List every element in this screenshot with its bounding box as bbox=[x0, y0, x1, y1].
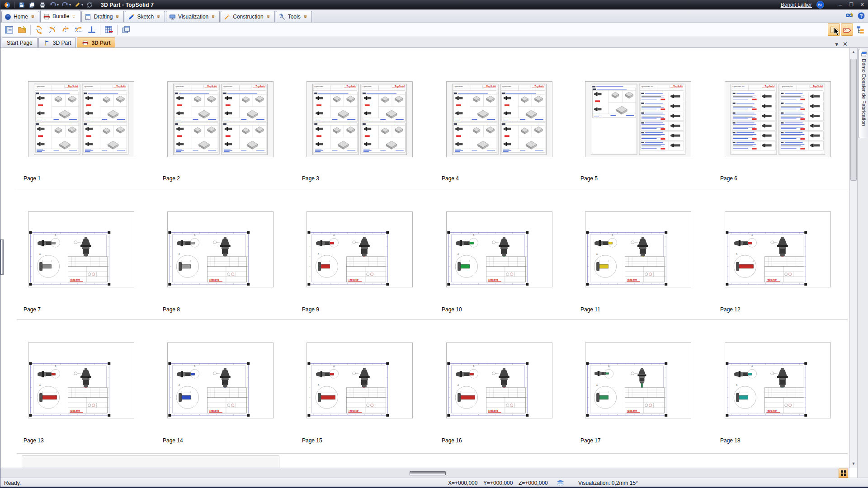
page-label: Page 14 bbox=[163, 437, 183, 444]
rotate-axis-button[interactable] bbox=[59, 23, 71, 36]
visualization-icon bbox=[169, 13, 176, 21]
next-row-partial-thumbnail[interactable] bbox=[22, 455, 279, 468]
folder-bolt-button[interactable] bbox=[16, 23, 28, 36]
page-thumbnail-2[interactable]: Operations TopSolid Operations TopSolid bbox=[167, 81, 274, 157]
dropdown-arrow-icon[interactable]: ▾ bbox=[69, 3, 71, 7]
copy-button[interactable] bbox=[27, 1, 37, 9]
tab-menu-chevron-icon[interactable] bbox=[156, 14, 161, 19]
scroll-up-icon[interactable]: ▲ bbox=[850, 48, 857, 56]
ribbon-tab-drafting[interactable]: Drafting bbox=[81, 11, 124, 22]
tab-menu-chevron-icon[interactable] bbox=[72, 14, 77, 19]
page-thumbnail-4[interactable]: Operations TopSolid Operations TopSolid bbox=[446, 81, 552, 157]
topsolid-logo-button[interactable] bbox=[2, 1, 12, 9]
page-thumbnail-8[interactable]: A A TopSolid bbox=[167, 211, 274, 287]
document-tab-3d-part-1[interactable]: 3D Part bbox=[38, 38, 76, 47]
svg-text:TopSolid: TopSolid bbox=[70, 278, 80, 281]
print-button[interactable] bbox=[38, 1, 47, 9]
page-thumbnail-12[interactable]: A A TopSolid bbox=[725, 211, 831, 287]
find-commands-button[interactable] bbox=[845, 11, 854, 22]
svg-text:A: A bbox=[318, 253, 319, 255]
ribbon-tab-label: Construction bbox=[233, 14, 263, 20]
flip-vertical-button[interactable] bbox=[33, 23, 45, 36]
page-thumbnail-18[interactable]: A A TopSolid bbox=[725, 343, 831, 418]
collapsed-panel-label: Démo Dossier de Fabrication bbox=[861, 59, 867, 126]
save-button[interactable] bbox=[17, 1, 26, 9]
document-tab-3d-part-2[interactable]: 3D Part bbox=[77, 38, 115, 47]
page-thumbnail-1[interactable]: Operations TopSolid Operations TopSolid bbox=[28, 81, 134, 157]
edit-tag-button[interactable] bbox=[841, 23, 853, 36]
cascade-windows-button[interactable] bbox=[120, 23, 132, 36]
left-splitter-grip[interactable] bbox=[0, 239, 4, 275]
user-avatar-badge[interactable]: BL bbox=[816, 1, 824, 9]
page-thumbnail-16[interactable]: A A TopSolid bbox=[446, 343, 552, 418]
tab-list-dropdown-icon[interactable]: ▼ bbox=[834, 42, 839, 47]
ribbon-tab-construction[interactable]: Construction bbox=[221, 11, 274, 22]
tab-menu-chevron-icon[interactable] bbox=[115, 14, 120, 19]
tab-menu-chevron-icon[interactable] bbox=[31, 14, 36, 19]
page-grid-view-button[interactable] bbox=[839, 469, 848, 478]
horizontal-scrollbar[interactable] bbox=[0, 468, 849, 478]
splitter-grip[interactable] bbox=[410, 471, 446, 475]
svg-text:TopSolid: TopSolid bbox=[766, 409, 777, 412]
page-thumbnail-17[interactable]: A A TopSolid bbox=[585, 343, 691, 418]
svg-text:Operations: Operations bbox=[454, 85, 463, 88]
ribbon-tab-home[interactable]: Home bbox=[1, 11, 39, 22]
translate-point-button[interactable] bbox=[72, 23, 85, 36]
user-account-link[interactable]: Benoit Lallier bbox=[781, 2, 812, 8]
tab-close-icon[interactable]: ✕ bbox=[843, 41, 848, 47]
dropdown-arrow-icon[interactable]: ▾ bbox=[57, 3, 59, 7]
tab-menu-chevron-icon[interactable] bbox=[211, 14, 216, 19]
page-thumbnail-14[interactable]: A A TopSolid bbox=[167, 343, 274, 418]
page-label: Page 1 bbox=[24, 175, 41, 182]
scroll-down-icon[interactable]: ▼ bbox=[850, 460, 857, 467]
tools-icon bbox=[278, 13, 286, 21]
restore-button[interactable]: ❐ bbox=[847, 1, 856, 9]
svg-text:A: A bbox=[751, 365, 753, 367]
vertical-scrollbar[interactable]: ▲ ▼ bbox=[849, 48, 857, 468]
tab-menu-chevron-icon[interactable] bbox=[266, 14, 271, 19]
ribbon-tabs: HomeBundleDraftingSketchVisualizationCon… bbox=[1, 10, 313, 22]
page-thumbnail-5[interactable]: Operations list TopSolid bbox=[585, 81, 691, 157]
undo-button[interactable] bbox=[48, 1, 57, 9]
ribbon-tab-sketch[interactable]: Sketch bbox=[125, 11, 165, 22]
page-preview-image: A A TopSolid bbox=[168, 212, 273, 287]
svg-text:A: A bbox=[39, 384, 41, 386]
page-preview-image: A A TopSolid bbox=[168, 343, 273, 418]
page-label: Page 13 bbox=[24, 437, 44, 444]
svg-text:A: A bbox=[458, 384, 459, 386]
rotate-angle-button[interactable] bbox=[46, 23, 58, 36]
document-tab-start-page-0[interactable]: Start Page bbox=[2, 38, 38, 47]
page-thumbnail-13[interactable]: A A TopSolid bbox=[28, 343, 134, 418]
page-label: Page 18 bbox=[720, 437, 741, 444]
refresh-button[interactable] bbox=[85, 1, 94, 9]
toolbar-separator bbox=[30, 25, 31, 35]
perpendicular-button[interactable] bbox=[85, 23, 98, 36]
vertical-scrollbar-thumb[interactable] bbox=[850, 59, 857, 181]
redo-button[interactable] bbox=[60, 1, 70, 9]
page-thumbnail-10[interactable]: A A TopSolid bbox=[446, 211, 552, 287]
help-button[interactable]: ? bbox=[857, 11, 866, 22]
find-commands-icon bbox=[845, 11, 854, 20]
document-view-button[interactable] bbox=[3, 23, 15, 36]
close-button[interactable]: ✕ bbox=[858, 1, 867, 9]
page-thumbnail-11[interactable]: A A TopSolid bbox=[585, 211, 691, 287]
page-thumbnail-6[interactable]: Operations list TopSolid Operations list… bbox=[725, 81, 831, 157]
page-thumbnail-9[interactable]: A A TopSolid bbox=[307, 211, 413, 287]
dropdown-arrow-icon[interactable]: ▾ bbox=[81, 3, 83, 7]
page-thumbnail-3[interactable]: Operations TopSolid Operations TopSolid bbox=[307, 81, 413, 157]
ribbon-tab-tools[interactable]: Tools bbox=[276, 11, 312, 22]
ribbon-tab-visualization[interactable]: Visualization bbox=[166, 11, 220, 22]
svg-text:TopSolid: TopSolid bbox=[764, 85, 775, 88]
tree-structure-button[interactable] bbox=[854, 23, 866, 36]
tab-menu-chevron-icon[interactable] bbox=[303, 14, 308, 19]
home-icon bbox=[4, 13, 12, 21]
construction-icon bbox=[223, 13, 231, 21]
table-remove-button[interactable] bbox=[103, 23, 115, 36]
page-label: Page 17 bbox=[580, 437, 601, 444]
page-thumbnail-15[interactable]: A A TopSolid bbox=[307, 343, 413, 418]
edit-button[interactable] bbox=[72, 1, 82, 9]
ribbon-tab-bundle[interactable]: Bundle bbox=[40, 10, 80, 22]
minimize-button[interactable]: ─ bbox=[836, 1, 845, 9]
page-thumbnail-7[interactable]: A A TopSolid bbox=[28, 211, 134, 287]
collapsed-panel-tab[interactable]: Démo Dossier de Fabrication bbox=[859, 49, 868, 138]
